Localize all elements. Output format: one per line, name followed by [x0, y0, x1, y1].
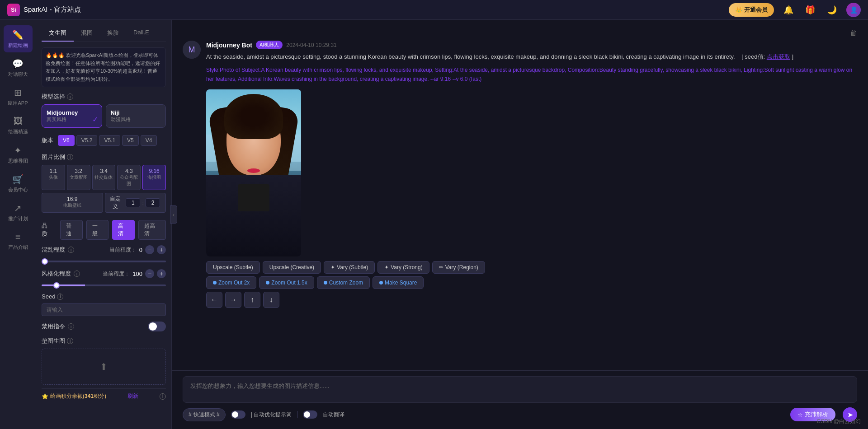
style-slider[interactable] — [42, 284, 166, 286]
sidebar-item-mindmap[interactable]: ✦ 思维导图 — [4, 141, 33, 168]
make-square-button[interactable]: Make Square — [373, 276, 424, 289]
translate-toggle[interactable] — [303, 410, 317, 419]
pan-down-button[interactable]: ↓ — [263, 292, 279, 308]
style-label-group: 风格化程度 i — [42, 270, 80, 278]
balance-info-icon[interactable]: i — [160, 393, 166, 400]
version-btn-v51[interactable]: V5.1 — [99, 135, 120, 146]
panel-collapse-arrow[interactable]: ‹ — [170, 205, 177, 224]
tab-mix[interactable]: 混图 — [74, 25, 100, 42]
seed-link[interactable]: 点击获取 — [767, 53, 790, 60]
action-row-2: Zoom Out 2x Zoom Out 1.5x Custom Zoom Ma… — [206, 276, 857, 289]
zoom-out-1-5x-button[interactable]: Zoom Out 1.5x — [259, 276, 314, 289]
model-card-midjourney[interactable]: Midjourney 真实风格 ✓ — [42, 104, 102, 128]
refresh-button[interactable]: 刷新 — [127, 392, 138, 400]
vary-strong-button[interactable]: ✦ Vary (Strong) — [377, 261, 429, 274]
pad-image-info-icon[interactable]: i — [67, 338, 73, 344]
crown-icon: 👑 — [735, 6, 742, 13]
prompt-input-box[interactable] — [183, 376, 857, 403]
quality-btn-hd[interactable]: 高清 — [112, 220, 134, 240]
prompt-textarea[interactable] — [190, 382, 849, 396]
ratio-btn-4-3[interactable]: 4:3 公众号配图 — [117, 165, 141, 190]
forbidden-toggle[interactable] — [148, 322, 166, 331]
pan-up-button[interactable]: ↑ — [244, 292, 260, 308]
ratio-info-icon[interactable]: i — [67, 154, 73, 160]
zoom-dot-4 — [379, 281, 383, 284]
ratio-custom-width[interactable] — [126, 198, 140, 207]
pad-image-section: 垫图生图 i ⬆ — [42, 337, 166, 385]
ratio-btn-custom[interactable]: 自定义 : — [105, 193, 166, 213]
seed-info-icon[interactable]: i — [57, 294, 63, 300]
chaos-label-group: 混乱程度 i — [42, 246, 74, 254]
tab-text-to-image[interactable]: 文生图 — [42, 25, 74, 42]
forbidden-info-icon[interactable]: i — [68, 323, 74, 330]
seed-input[interactable] — [42, 303, 166, 316]
ratio-btn-16-9[interactable]: 16:9 电脑壁纸 — [42, 193, 103, 213]
ratio-btn-1-1[interactable]: 1:1 头像 — [42, 165, 65, 190]
quality-btn-general[interactable]: 一般 — [86, 220, 108, 240]
zoom-out-2x-button[interactable]: Zoom Out 2x — [206, 276, 256, 289]
bot-avatar-image: M — [183, 41, 201, 59]
upscale-subtle-button[interactable]: Upscale (Subtle) — [206, 261, 260, 274]
top-actions: 🗑 — [183, 29, 857, 37]
apps-icon: ⊞ — [14, 87, 22, 98]
pan-right-button[interactable]: → — [225, 292, 241, 308]
star-icon-btn: ☆ — [797, 411, 803, 418]
sidebar-item-product[interactable]: ≡ 产品介绍 — [4, 228, 33, 255]
upscale-creative-button[interactable]: Upscale (Creative) — [263, 261, 321, 274]
style-decrease-button[interactable]: − — [145, 269, 154, 278]
custom-zoom-button[interactable]: Custom Zoom — [317, 276, 370, 289]
vip-button[interactable]: 👑 开通会员 — [729, 3, 774, 17]
sidebar-item-vip[interactable]: 🛒 会员中心 — [4, 170, 33, 197]
version-row: 版本 V6 V5.2 V5.1 V5 V4 — [42, 135, 166, 146]
delete-button[interactable]: 🗑 — [850, 29, 857, 37]
quality-btn-normal[interactable]: 普通 — [60, 220, 82, 240]
input-bottom-bar: # 快速模式 # | 自动优化提示词 自动翻译 ☆ 充沛解析 ➤ — [183, 407, 857, 422]
speed-mode-button[interactable]: # 快速模式 # — [183, 408, 226, 421]
version-btn-v52[interactable]: V5.2 — [76, 135, 98, 146]
style-increase-button[interactable]: + — [157, 269, 166, 278]
avatar[interactable]: 👤 — [846, 3, 861, 17]
translate-toggle-thumb — [304, 411, 310, 418]
forbidden-label: 禁用指令 — [42, 322, 65, 331]
gift-icon[interactable]: 🎁 — [803, 3, 817, 17]
version-btn-v5[interactable]: V5 — [122, 135, 139, 146]
version-btn-v6[interactable]: V6 — [58, 135, 75, 146]
sidebar-item-new-paint[interactable]: ✏️ 新建绘画 — [4, 25, 33, 52]
zoom-out-2x-label: Zoom Out 2x — [218, 280, 250, 286]
style-info-icon[interactable]: i — [74, 270, 80, 277]
pan-left-button[interactable]: ← — [206, 292, 222, 308]
chaos-increase-button[interactable]: + — [157, 245, 166, 254]
vary-region-button[interactable]: ✏ Vary (Region) — [432, 261, 485, 274]
upscale-subtle-label: Upscale (Subtle) — [213, 264, 253, 270]
ratio-btn-3-4[interactable]: 3:4 社交媒体 — [92, 165, 116, 190]
sidebar-item-select[interactable]: 🖼 绘画精选 — [4, 112, 33, 139]
vary-strong-icon: ✦ — [384, 264, 389, 270]
pad-image-label-row: 垫图生图 i — [42, 337, 166, 345]
moon-icon[interactable]: 🌙 — [825, 3, 839, 17]
tab-dalle[interactable]: Dall.E — [126, 25, 156, 42]
bell-icon[interactable]: 🔔 — [781, 3, 796, 17]
chaos-decrease-button[interactable]: − — [145, 245, 154, 254]
ratio-btn-9-16[interactable]: 9:16 海报图 — [142, 165, 166, 190]
quality-section: 品质 普通 一般 高清 超高清 — [42, 220, 166, 240]
sidebar-item-apps[interactable]: ⊞ 应用APP — [4, 83, 33, 110]
pad-image-upload[interactable]: ⬆ — [42, 349, 166, 385]
topbar-right: 👑 开通会员 🔔 🎁 🌙 👤 — [729, 3, 861, 17]
vary-subtle-button[interactable]: ✦ Vary (Subtle) — [324, 261, 375, 274]
ratio-btn-3-2[interactable]: 3:2 文章配图 — [67, 165, 90, 190]
version-btn-v4[interactable]: V4 — [141, 135, 157, 146]
model-card-niji[interactable]: Niji 动漫风格 — [106, 104, 166, 128]
chaos-slider[interactable] — [42, 261, 166, 262]
quality-btn-ultra[interactable]: 超高清 — [138, 220, 166, 240]
zoom-dot-3 — [324, 281, 327, 284]
chaos-header: 混乱程度 i 当前程度： 0 − + — [42, 245, 166, 254]
sidebar-item-share[interactable]: ↗ 推广计划 — [4, 199, 33, 226]
speed-toggle[interactable] — [231, 410, 245, 419]
ratio-custom-row: 16:9 电脑壁纸 自定义 : — [42, 193, 166, 213]
upload-icon: ⬆ — [100, 361, 108, 372]
chaos-info-icon[interactable]: i — [68, 247, 74, 253]
model-info-icon[interactable]: i — [67, 93, 73, 100]
ratio-custom-height[interactable] — [146, 198, 160, 207]
sidebar-item-chat[interactable]: 💬 对话聊天 — [4, 54, 33, 81]
tab-face-swap[interactable]: 换脸 — [100, 25, 126, 42]
